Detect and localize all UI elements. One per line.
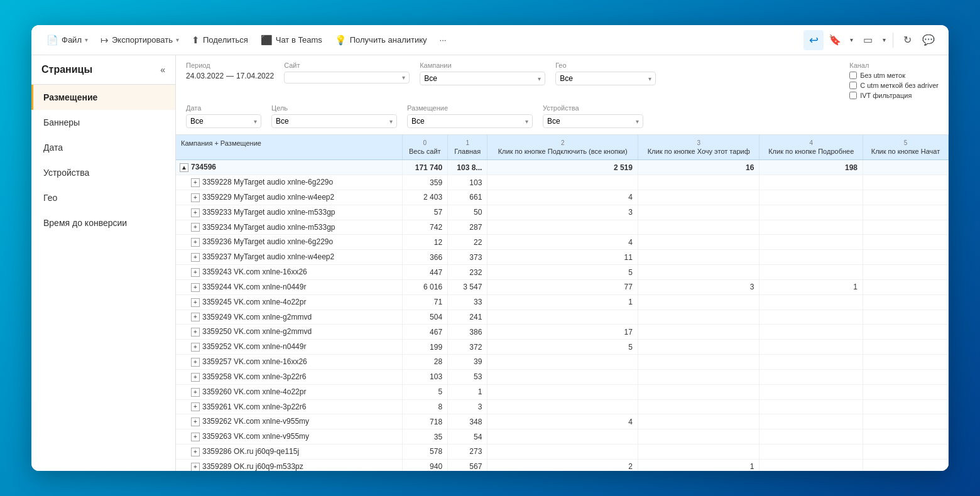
table-row[interactable]: +3359261 VK.com xnlne-3p22r683 — [176, 399, 949, 414]
row-col2 — [487, 355, 638, 370]
expand-icon[interactable]: + — [191, 448, 200, 456]
row-col0: 718 — [402, 414, 448, 429]
expand-icon[interactable]: + — [191, 238, 200, 247]
file-menu[interactable]: 📄 Файл ▾ — [41, 31, 93, 49]
view-button[interactable]: ▭ — [858, 30, 878, 50]
table-row[interactable]: +3359257 VK.com xnlne-16xx262839 — [176, 355, 949, 370]
kanal-option-2[interactable]: IVT фильтрация — [849, 92, 939, 99]
row-col4 — [760, 340, 863, 355]
table-row[interactable]: +3359236 MyTarget audio xnlne-6g229o1222… — [176, 235, 949, 250]
kampanii-select[interactable]: Все ▾ — [420, 72, 545, 85]
row-col2: 1 — [487, 294, 638, 310]
sidebar-item-ustrojstva[interactable]: Устройства — [31, 160, 175, 185]
table-row[interactable]: +3359258 VK.com xnlne-3p22r610353 — [176, 369, 949, 384]
expand-icon[interactable]: + — [191, 433, 200, 441]
sidebar-item-geo[interactable]: Гео — [31, 185, 175, 210]
row-col3 — [638, 445, 759, 460]
kanal-option-1[interactable]: С utm меткой без adriver — [849, 82, 939, 89]
expand-icon[interactable]: + — [191, 193, 200, 202]
table-row[interactable]: +3359262 VK.com xnlne-v955my7183484 — [176, 414, 949, 429]
expand-icon[interactable]: + — [191, 208, 200, 217]
expand-icon[interactable]: + — [191, 402, 200, 411]
table-row[interactable]: +3359286 OK.ru j60q9-qe115j578273 — [176, 445, 949, 460]
expand-icon[interactable]: + — [191, 358, 200, 367]
kanal-checkbox-2[interactable] — [849, 92, 857, 99]
table-row[interactable]: +3359229 MyTarget audio xnlne-w4eep22 40… — [176, 190, 949, 205]
row-col4: 1 — [760, 279, 863, 294]
table-row[interactable]: +3359243 VK.com xnlne-16xx264472325 — [176, 265, 949, 280]
row-label: 3359229 MyTarget audio xnlne-w4eep2 — [202, 193, 334, 202]
kanal-option-0[interactable]: Без utm меток — [849, 72, 939, 79]
table-row[interactable]: +3359244 VK.com xnlne-n0449r6 0163 54777… — [176, 279, 949, 294]
export-menu[interactable]: ↦ Экспортировать ▾ — [95, 31, 184, 49]
share-icon: ⬆ — [192, 35, 200, 46]
more-button[interactable]: ··· — [435, 32, 452, 48]
table-row[interactable]: +3359252 VK.com xnlne-n0449r1993725 — [176, 340, 949, 355]
share-button[interactable]: ⬆ Поделиться — [187, 31, 253, 49]
toolbar-right: ↩ 🔖 ▾ ▭ ▾ ↻ 💬 — [803, 30, 939, 50]
table-row[interactable]: +3359228 MyTarget audio xnlne-6g229o3591… — [176, 175, 949, 190]
teams-button[interactable]: ⬛ Чат в Teams — [256, 31, 327, 49]
kanal-checkbox-1[interactable] — [849, 82, 857, 89]
razmeshenie-select[interactable]: Все ▾ — [407, 114, 533, 128]
undo-button[interactable]: ↩ — [803, 30, 824, 50]
row-col2: 3 — [487, 205, 638, 220]
table-row[interactable]: +3359249 VK.com xnlne-g2mmvd504241 — [176, 310, 949, 325]
data-table-container[interactable]: Кампания + Размещение 0 Весь сайт 1 Глав… — [176, 135, 949, 471]
expand-icon[interactable]: + — [191, 223, 200, 232]
razmeshenie-filter: Размещение Все ▾ — [407, 104, 533, 128]
bookmark-button[interactable]: 🔖 — [825, 30, 845, 50]
row-col4 — [760, 399, 863, 414]
row-col0: 467 — [402, 325, 448, 340]
expand-icon[interactable]: + — [191, 328, 200, 337]
kanal-checkbox-0[interactable] — [849, 72, 857, 79]
row-col0: 2 403 — [402, 190, 448, 205]
table-row[interactable]: +3359250 VK.com xnlne-g2mmvd46738617 — [176, 325, 949, 340]
sidebar-collapse-button[interactable]: « — [160, 65, 165, 75]
table-row[interactable]: +3359234 MyTarget audio xnlne-m533gp7422… — [176, 220, 949, 235]
row-col0: 940 — [402, 459, 448, 471]
sidebar-item-vremya[interactable]: Время до конверсии — [31, 210, 175, 235]
ustrojstva-select[interactable]: Все ▾ — [543, 114, 643, 128]
row-col1: 33 — [448, 294, 487, 310]
view-chevron[interactable]: ▾ — [879, 30, 889, 50]
analytics-button[interactable]: 💡 Получить аналитику — [330, 31, 432, 49]
expand-icon[interactable]: + — [191, 388, 200, 397]
expand-icon[interactable]: + — [191, 463, 200, 471]
tsel-select[interactable]: Все ▾ — [271, 114, 397, 128]
expand-icon[interactable]: + — [191, 343, 200, 352]
expand-icon[interactable]: + — [191, 298, 200, 307]
table-row[interactable]: ▲734596171 740103 8...2 51916198 — [176, 160, 949, 175]
table-row[interactable]: +3359233 MyTarget audio xnlne-m533gp5750… — [176, 205, 949, 220]
table-row[interactable]: +3359260 VK.com xnlne-4o22pr51 — [176, 384, 949, 399]
table-body: ▲734596171 740103 8...2 51916198+3359228… — [176, 160, 949, 471]
geo-select[interactable]: Все ▾ — [555, 72, 656, 85]
table-row[interactable]: +3359263 VK.com xnlne-v955my3554 — [176, 429, 949, 445]
row-label-cell: +3359237 MyTarget audio xnlne-w4eep2 — [176, 250, 402, 265]
sidebar-item-bannery[interactable]: Баннеры — [31, 110, 175, 135]
expand-icon[interactable]: + — [191, 313, 200, 321]
teams-icon: ⬛ — [261, 35, 273, 46]
data-select[interactable]: Все ▾ — [186, 114, 261, 128]
expand-icon[interactable]: + — [191, 178, 200, 187]
site-select[interactable]: ▾ — [284, 72, 410, 84]
row-label-cell: +3359286 OK.ru j60q9-qe115j — [176, 445, 402, 460]
file-label: Файл — [62, 35, 82, 45]
row-col5 — [863, 220, 948, 235]
row-col0: 447 — [402, 265, 448, 280]
sidebar-item-razmeshenie[interactable]: Размещение — [31, 85, 175, 110]
expand-icon[interactable]: + — [191, 373, 200, 382]
sidebar-item-data[interactable]: Дата — [31, 135, 175, 160]
table-row[interactable]: +3359237 MyTarget audio xnlne-w4eep23663… — [176, 250, 949, 265]
expand-icon[interactable]: + — [191, 283, 200, 292]
table-row[interactable]: +3359289 OK.ru j60q9-m533pz94056721 — [176, 459, 949, 471]
table-row[interactable]: +3359245 VK.com xnlne-4o22pr71331 — [176, 294, 949, 310]
expand-icon[interactable]: + — [191, 268, 200, 277]
bookmark-chevron[interactable]: ▾ — [846, 30, 856, 50]
row-col1: 273 — [448, 445, 487, 460]
comment-button[interactable]: 💬 — [918, 30, 939, 50]
expand-icon[interactable]: + — [191, 253, 200, 262]
refresh-button[interactable]: ↻ — [897, 30, 917, 50]
expand-icon[interactable]: + — [191, 418, 200, 426]
expand-icon[interactable]: ▲ — [180, 163, 188, 172]
